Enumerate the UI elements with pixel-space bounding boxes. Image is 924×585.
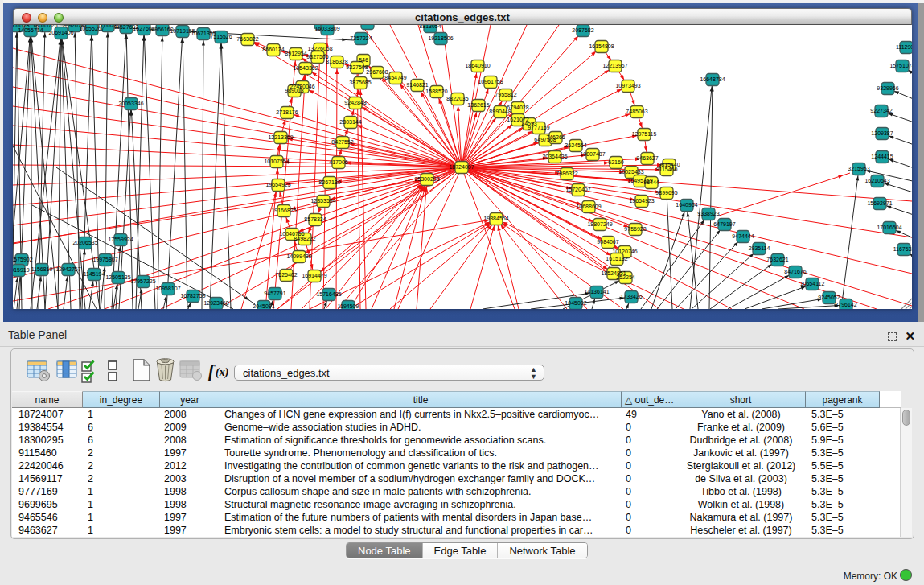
svg-text:9146821: 9146821	[406, 82, 428, 88]
svg-text:10807487: 10807487	[580, 151, 605, 157]
svg-text:1112905: 1112905	[896, 44, 912, 50]
svg-text:19218506: 19218506	[428, 35, 453, 41]
svg-text:f: f	[208, 361, 216, 381]
svg-text:10107554: 10107554	[264, 159, 289, 164]
svg-text:14099489: 14099489	[286, 253, 311, 259]
svg-text:7625402: 7625402	[275, 272, 297, 278]
svg-text:9463627: 9463627	[636, 155, 658, 161]
svg-text:546: 546	[359, 57, 368, 63]
svg-text:20206535: 20206535	[72, 240, 97, 245]
svg-text:10958107: 10958107	[155, 286, 180, 291]
svg-text:1045092: 1045092	[565, 300, 586, 306]
svg-text:19654923: 19654923	[629, 198, 654, 204]
svg-text:12213967: 12213967	[602, 63, 627, 68]
svg-text:15692971: 15692971	[867, 200, 892, 206]
svg-text:17016504: 17016504	[877, 225, 901, 230]
svg-text:8427552: 8427552	[331, 139, 353, 145]
svg-text:16154808: 16154808	[589, 43, 614, 49]
svg-text:746266: 746266	[546, 134, 565, 140]
svg-text:12975115: 12975115	[632, 131, 657, 137]
svg-text:12923468: 12923468	[203, 300, 228, 306]
svg-text:8267130: 8267130	[318, 179, 340, 185]
svg-text:8796142: 8796142	[835, 302, 856, 307]
svg-text:19384554: 19384554	[483, 216, 508, 221]
svg-text:25300293: 25300293	[414, 176, 439, 182]
svg-text:10120746: 10120746	[612, 249, 637, 254]
svg-text:18055726: 18055726	[32, 25, 57, 28]
svg-text:1145194: 1145194	[84, 271, 105, 277]
svg-text:9084067: 9084067	[597, 239, 618, 245]
svg-text:10688609: 10688609	[576, 204, 601, 209]
svg-text:9777169: 9777169	[528, 125, 549, 130]
svg-text:1615132: 1615132	[606, 256, 627, 262]
svg-text:9756928: 9756928	[624, 226, 646, 232]
svg-text:14136141: 14136141	[584, 289, 609, 295]
svg-text:9899695: 9899695	[655, 190, 677, 196]
svg-text:7663822: 7663822	[236, 36, 258, 42]
svg-text:96444: 96444	[643, 179, 659, 185]
svg-text:19975867: 19975867	[92, 257, 117, 262]
svg-text:1733426: 1733426	[620, 294, 642, 299]
svg-text:16648784: 16648784	[700, 76, 725, 82]
svg-text:6794028: 6794028	[507, 105, 528, 110]
svg-text:8454749: 8454749	[384, 75, 406, 80]
svg-text:9644966: 9644966	[356, 25, 378, 26]
svg-text:13226058: 13226058	[307, 46, 332, 51]
svg-text:2967608: 2967608	[366, 69, 388, 75]
svg-text:7515526: 7515526	[210, 34, 232, 39]
svg-text:9457791: 9457791	[264, 290, 285, 296]
svg-text:17559924: 17559924	[108, 237, 133, 242]
svg-text:2045091: 2045091	[253, 303, 274, 309]
svg-text:10961758: 10961758	[478, 79, 503, 84]
svg-text:15716485: 15716485	[316, 291, 341, 297]
svg-text:9115460: 9115460	[656, 167, 678, 172]
svg-text:8578334: 8578334	[304, 216, 326, 222]
svg-text:8822035: 8822035	[446, 96, 468, 101]
svg-text:15720407: 15720407	[565, 187, 590, 192]
svg-text:8186328: 8186328	[326, 59, 347, 64]
svg-text:1167533: 1167533	[893, 246, 912, 252]
svg-text:20053346: 20053346	[118, 101, 143, 106]
svg-text:1640954: 1640954	[676, 202, 697, 208]
svg-text:12942757: 12942757	[55, 266, 80, 272]
svg-text:9329966: 9329966	[877, 85, 898, 91]
svg-text:8813054: 8813054	[419, 25, 441, 29]
svg-text:1209387: 1209387	[871, 130, 893, 136]
svg-text:7955812: 7955812	[495, 92, 516, 97]
svg-text:8498222: 8498222	[294, 236, 315, 241]
svg-text:12353594: 12353594	[310, 198, 335, 204]
svg-text:10973493: 10973493	[615, 83, 640, 89]
svg-text:1575902: 1575902	[13, 257, 33, 262]
svg-text:18640910: 18640910	[465, 63, 490, 68]
svg-text:20364436: 20364436	[542, 154, 567, 159]
svg-text:9242848: 9242848	[344, 100, 366, 105]
svg-text:9327508: 9327508	[346, 64, 368, 70]
svg-text:7357224: 7357224	[350, 35, 372, 41]
svg-text:16914479: 16914479	[302, 273, 326, 278]
svg-text:17957225: 17957225	[130, 278, 155, 284]
svg-text:3215953: 3215953	[848, 166, 869, 171]
svg-text:3624554: 3624554	[565, 142, 586, 148]
svg-text:2087682: 2087682	[572, 27, 593, 33]
svg-text:1362615: 1362615	[467, 102, 489, 108]
svg-text:7485063: 7485063	[626, 109, 647, 114]
svg-text:7632621: 7632621	[766, 257, 788, 262]
svg-text:18807249: 18807249	[587, 221, 612, 227]
svg-text:12213369: 12213369	[268, 134, 293, 140]
svg-text:8471676: 8471676	[784, 269, 806, 274]
svg-text:20691406: 20691406	[48, 30, 73, 35]
svg-text:989013: 989013	[285, 88, 303, 93]
svg-text:252254: 252254	[616, 274, 634, 280]
svg-text:6479197: 6479197	[713, 221, 735, 227]
svg-text:2803144: 2803144	[339, 119, 361, 125]
svg-text:3915919: 3915919	[13, 267, 30, 273]
svg-text:7986322: 7986322	[556, 171, 577, 176]
svg-text:10543362: 10543362	[293, 65, 318, 71]
svg-text:1194509: 1194509	[338, 303, 359, 309]
svg-text:2935114: 2935114	[749, 245, 770, 251]
svg-text:62160: 62160	[608, 159, 624, 165]
svg-text:1588520: 1588520	[425, 89, 447, 94]
svg-text:16782759: 16782759	[180, 293, 205, 299]
svg-text:10025433: 10025433	[618, 169, 643, 175]
svg-text:18724007: 18724007	[449, 164, 474, 170]
